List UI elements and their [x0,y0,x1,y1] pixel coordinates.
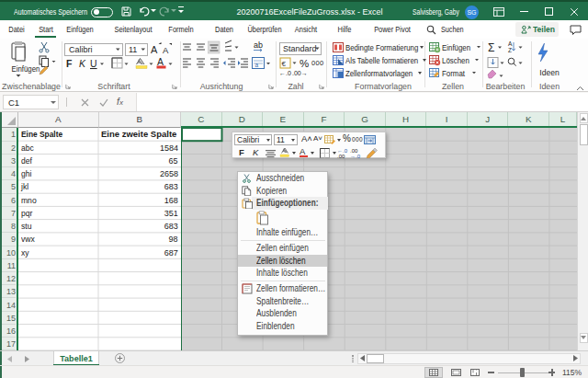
svg-text:€: € [282,60,287,68]
svg-text:Σ: Σ [488,41,494,54]
svg-text:Z: Z [508,47,512,53]
svg-text:Standard: Standard [283,44,317,53]
svg-text:A: A [157,56,164,67]
svg-text:K: K [79,58,86,69]
svg-text:ab: ab [254,40,263,50]
svg-text:F: F [66,58,73,69]
svg-text:11: 11 [129,45,137,54]
svg-text:a: a [255,62,259,68]
svg-text:U: U [90,58,97,69]
svg-text:A: A [151,44,158,55]
svg-text:A: A [163,45,169,55]
svg-text:A: A [508,40,513,47]
svg-text:←.0: ←.0 [279,70,291,76]
svg-text:000: 000 [311,59,323,67]
svg-text:Calibri: Calibri [69,45,93,54]
